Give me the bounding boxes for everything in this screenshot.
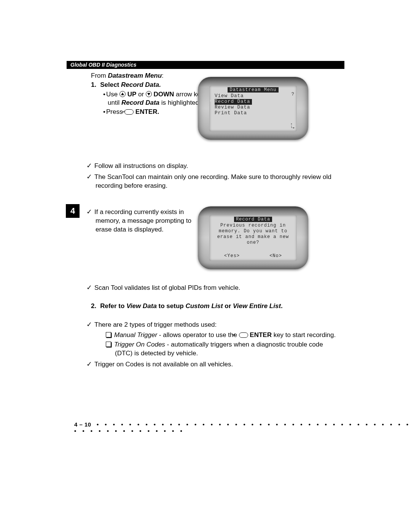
t1-name: Manual Trigger	[114, 331, 157, 339]
lcd-2: Record Data Previous recording in memory…	[209, 215, 297, 261]
s1-a: Use	[106, 91, 119, 98]
step-2-heading: 2.Refer to View Data to setup Custom Lis…	[91, 302, 344, 310]
step-1-sub-1: •Use UP or DOWN arrow key until Record D…	[108, 90, 210, 107]
t2-name: Trigger On Codes	[114, 341, 165, 348]
bullet-box-icon	[106, 342, 111, 347]
check-icon: ✓	[86, 208, 92, 216]
check-e-text: Trigger on Codes is not available on all…	[94, 361, 233, 368]
lcd2-title: Record Data	[234, 217, 272, 222]
lcd1-scroll-icon: ⇡└▸	[290, 123, 295, 130]
lcd1-item-2: Review Data	[212, 105, 295, 110]
check-icon: ✓	[86, 173, 92, 181]
from-text: From	[91, 72, 108, 79]
enter-key-icon	[239, 332, 248, 338]
s1-g: is highlighted.	[159, 99, 201, 106]
check-c-text: Scan Tool validates list of global PIDs …	[94, 284, 240, 291]
lcd1-item-0: View Data	[212, 93, 295, 99]
trigger-codes: Trigger On Codes - automatically trigger…	[106, 340, 339, 358]
t1-rest: key to start recording.	[272, 331, 336, 339]
section-header: Global OBD II Diagnostics	[67, 61, 344, 69]
lcd1-item-1: Record Data	[215, 99, 252, 105]
s1-b: UP	[126, 91, 136, 98]
check-a-0-text: Follow all instructions on display.	[94, 162, 188, 169]
from-colon: :	[162, 72, 164, 79]
s1-2a: Press	[106, 108, 124, 115]
step-1-sub-2: •Press ENTER.	[108, 108, 210, 116]
bullet-box-icon	[106, 332, 111, 337]
s2-d: Custom List	[185, 302, 223, 310]
s1-d: DOWN	[152, 91, 174, 98]
step-1-label-b: Record Data.	[121, 81, 161, 88]
s2-c: to setup	[157, 302, 186, 310]
page-footer: 4 – 10 • • • • • • • • • • • • • • • • •…	[74, 421, 411, 434]
page-number: 4 – 10	[74, 421, 91, 428]
check-icon: ✓	[86, 360, 92, 368]
up-arrow-icon	[119, 91, 126, 97]
step-1-number: 1.	[91, 81, 96, 88]
lcd2-yes: <Yes>	[224, 253, 240, 259]
device-screen-1: Datastream Menu View Data Record Data Re…	[198, 77, 308, 140]
s2-f: View Entire List	[233, 302, 281, 310]
lcd1-item-1-wrap: Record Data	[212, 99, 295, 105]
lcd2-options: <Yes> <No>	[209, 253, 297, 259]
from-menu: Datastream Menu	[108, 72, 162, 79]
footer-dots: • • • • • • • • • • • • • • • • • • • • …	[74, 421, 411, 434]
s1-2b: ENTER.	[134, 108, 159, 115]
chapter-tab: 4	[66, 204, 80, 218]
t1-btn: ENTER	[248, 331, 272, 339]
check-d: ✓There are 2 types of trigger methods us…	[86, 320, 339, 329]
check-icon: ✓	[86, 321, 92, 328]
lcd-1: Datastream Menu View Data Record Data Re…	[209, 86, 297, 131]
s2-a: Refer to	[100, 302, 126, 310]
check-b-text: If a recording currently exists in memor…	[94, 208, 191, 233]
lcd1-title: Datastream Menu	[228, 87, 278, 93]
check-a-0: ✓Follow all instructions on display.	[86, 161, 339, 171]
check-d-text: There are 2 types of trigger methods use…	[94, 321, 217, 328]
lcd1-item-3: Print Data	[212, 110, 295, 116]
lcd2-no: <No>	[269, 253, 282, 259]
check-icon: ✓	[86, 162, 92, 169]
check-c: ✓Scan Tool validates list of global PIDs…	[86, 283, 339, 292]
down-arrow-icon	[146, 91, 152, 97]
trigger-manual: Manual Trigger - allows operator to use …	[106, 331, 339, 340]
step-2-number: 2.	[91, 302, 96, 310]
s1-c: or	[136, 91, 146, 98]
check-b: ✓If a recording currently exists in memo…	[86, 207, 206, 234]
lcd2-msg: Previous recording in memory. Do you wan…	[212, 223, 295, 246]
check-e: ✓Trigger on Codes is not available on al…	[86, 359, 339, 369]
check-a-1-text: The ScanTool can maintain only one recor…	[94, 173, 331, 189]
s2-b: View Data	[126, 302, 157, 310]
check-icon: ✓	[86, 284, 92, 291]
manual-page: Global OBD II Diagnostics From Datastrea…	[0, 0, 411, 457]
check-a-1: ✓The ScanTool can maintain only one reco…	[86, 172, 339, 190]
s1-f: Record Data	[121, 99, 159, 106]
device-screen-2: Record Data Previous recording in memory…	[198, 206, 308, 269]
t1-sep: - allows operator to use the	[157, 331, 239, 339]
enter-key-icon	[124, 109, 134, 115]
step-1-label-a: Select	[100, 81, 121, 88]
lcd1-help-icon: ?	[292, 92, 295, 97]
s2-e: or	[223, 302, 233, 310]
s2-g: .	[281, 302, 283, 310]
